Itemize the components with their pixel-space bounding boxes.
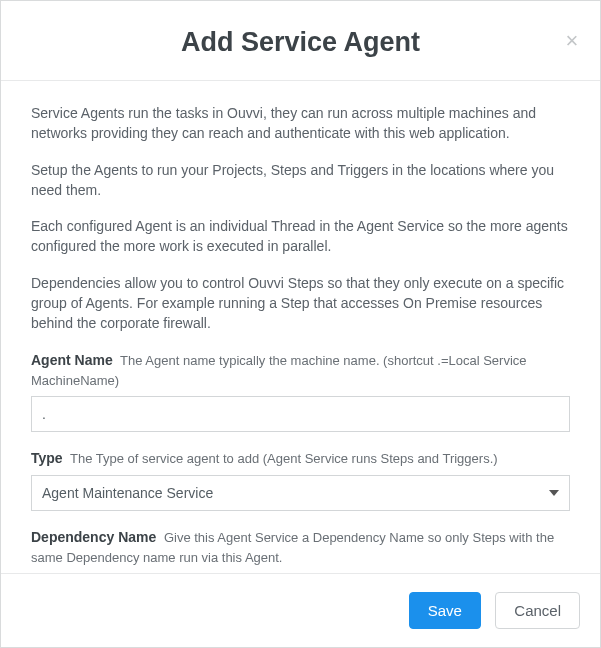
cancel-button[interactable]: Cancel [495, 592, 580, 630]
intro-paragraph-1: Service Agents run the tasks in Ouvvi, t… [31, 103, 570, 144]
modal-header: Add Service Agent × [1, 1, 600, 81]
type-field-block: Type The Type of service agent to add (A… [31, 448, 570, 511]
type-hint: The Type of service agent to add (Agent … [70, 451, 498, 466]
modal-title: Add Service Agent [21, 27, 580, 58]
type-label: Type [31, 450, 63, 466]
modal-footer: Save Cancel [1, 573, 600, 648]
intro-paragraph-3: Each configured Agent is an individual T… [31, 216, 570, 257]
modal-body: Service Agents run the tasks in Ouvvi, t… [1, 81, 600, 573]
intro-paragraph-4: Dependencies allow you to control Ouvvi … [31, 273, 570, 334]
save-button[interactable]: Save [409, 592, 481, 630]
add-service-agent-modal: Add Service Agent × Service Agents run t… [0, 0, 601, 648]
close-icon[interactable]: × [562, 31, 582, 51]
intro-paragraph-2: Setup the Agents to run your Projects, S… [31, 160, 570, 201]
agent-name-field-block: Agent Name The Agent name typically the … [31, 350, 570, 433]
type-label-row: Type The Type of service agent to add (A… [31, 448, 570, 469]
agent-name-label-row: Agent Name The Agent name typically the … [31, 350, 570, 391]
dependency-name-field-block: Dependency Name Give this Agent Service … [31, 527, 570, 572]
dependency-name-label: Dependency Name [31, 529, 156, 545]
type-select[interactable]: Agent Maintenance Service [31, 475, 570, 511]
dependency-name-label-row: Dependency Name Give this Agent Service … [31, 527, 570, 568]
agent-name-input[interactable] [31, 396, 570, 432]
agent-name-label: Agent Name [31, 352, 113, 368]
